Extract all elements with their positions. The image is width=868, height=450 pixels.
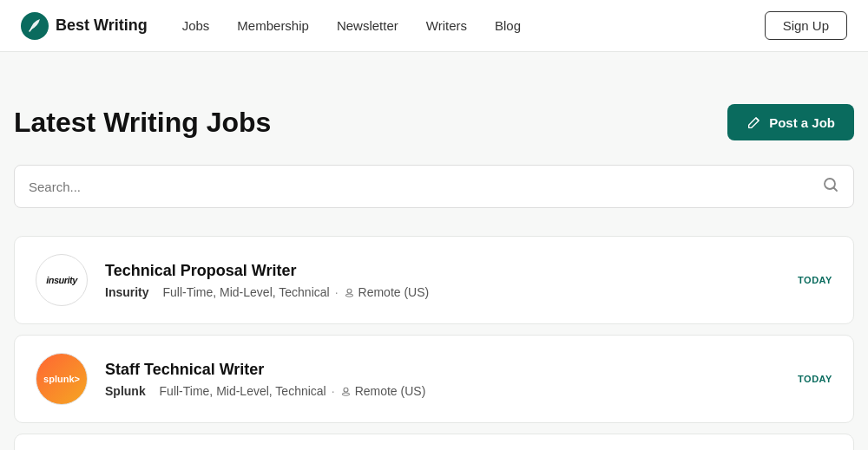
navigation: Best Writing Jobs Membership Newsletter …: [0, 0, 868, 52]
company-name: Insurity: [105, 285, 149, 299]
job-badge: TODAY: [798, 275, 832, 285]
company-logo: splunk>: [36, 353, 88, 405]
header-row: Latest Writing Jobs Post a Job: [14, 104, 854, 140]
page-title: Latest Writing Jobs: [14, 107, 271, 139]
location-icon: [344, 286, 355, 297]
job-card[interactable]: splunk> Staff Technical Writer Splunk Fu…: [14, 335, 854, 423]
search-input[interactable]: [29, 179, 822, 194]
company-name: Splunk: [105, 384, 146, 398]
company-logo-text: splunk>: [43, 374, 80, 384]
meta-dot: ·: [332, 384, 335, 398]
job-tags: Full-Time, Mid-Level, Technical: [162, 285, 329, 299]
nav-links: Jobs Membership Newsletter Writers Blog: [182, 18, 765, 34]
nav-jobs[interactable]: Jobs: [182, 18, 210, 33]
nav-blog[interactable]: Blog: [495, 18, 521, 33]
job-badge: TODAY: [798, 374, 832, 384]
post-job-icon: [746, 114, 762, 130]
job-title: Technical Proposal Writer: [105, 262, 780, 280]
company-logo: insurity: [36, 254, 88, 306]
svg-point-5: [342, 393, 349, 395]
meta-dot: ·: [335, 285, 339, 299]
sign-up-button[interactable]: Sign Up: [765, 11, 847, 40]
job-card[interactable]: 🌺 bloom Script Writer Bloom Full-Time, M…: [14, 434, 854, 450]
post-job-button[interactable]: Post a Job: [727, 104, 854, 140]
site-name: Best Writing: [56, 16, 148, 35]
job-meta: Insurity Full-Time, Mid-Level, Technical…: [105, 285, 780, 299]
job-tags: Full-Time, Mid-Level, Technical: [160, 384, 326, 398]
job-info: Technical Proposal Writer Insurity Full-…: [105, 262, 780, 299]
main-content: Latest Writing Jobs Post a Job insurity: [0, 52, 868, 450]
site-logo[interactable]: Best Writing: [21, 12, 148, 40]
svg-point-4: [344, 388, 348, 392]
meta-divider: [151, 384, 155, 398]
nav-writers[interactable]: Writers: [426, 18, 467, 33]
job-list: insurity Technical Proposal Writer Insur…: [14, 236, 854, 450]
job-location-wrap: Remote (US): [340, 384, 426, 398]
job-location-wrap: Remote (US): [344, 285, 430, 299]
nav-newsletter[interactable]: Newsletter: [337, 18, 398, 33]
job-card[interactable]: insurity Technical Proposal Writer Insur…: [14, 236, 854, 324]
job-title: Staff Technical Writer: [105, 361, 780, 379]
svg-point-2: [347, 289, 352, 293]
job-info: Staff Technical Writer Splunk Full-Time,…: [105, 361, 780, 398]
company-logo-text: insurity: [46, 275, 77, 285]
nav-membership[interactable]: Membership: [237, 18, 309, 33]
search-bar: [14, 165, 854, 208]
search-icon: [822, 176, 839, 198]
nav-actions: Sign Up: [765, 11, 847, 40]
job-location: Remote (US): [358, 285, 430, 299]
job-location: Remote (US): [355, 384, 426, 398]
location-icon: [340, 385, 352, 396]
job-meta: Splunk Full-Time, Mid-Level, Technical ·…: [105, 384, 780, 398]
meta-divider: [155, 285, 158, 299]
svg-point-3: [345, 294, 352, 297]
